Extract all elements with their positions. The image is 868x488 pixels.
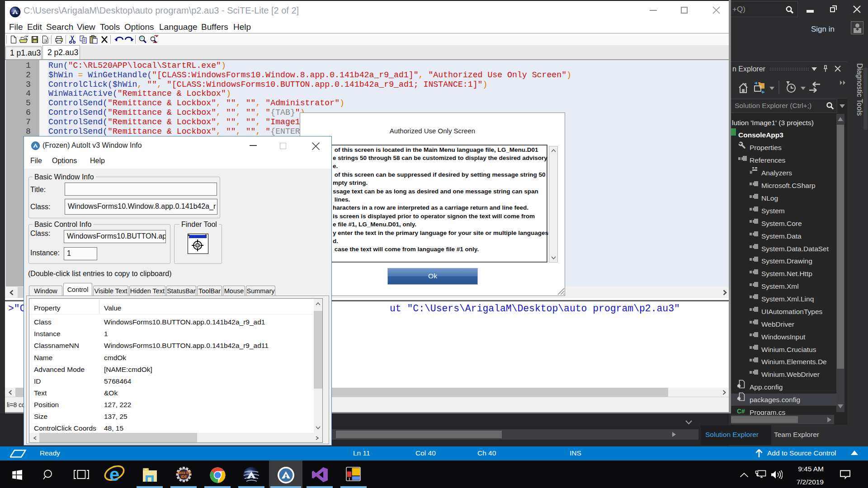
svg-text:Java EE: Java EE <box>177 470 192 475</box>
svg-text:e: e <box>109 465 119 484</box>
svg-text:IDE: IDE <box>181 474 187 479</box>
